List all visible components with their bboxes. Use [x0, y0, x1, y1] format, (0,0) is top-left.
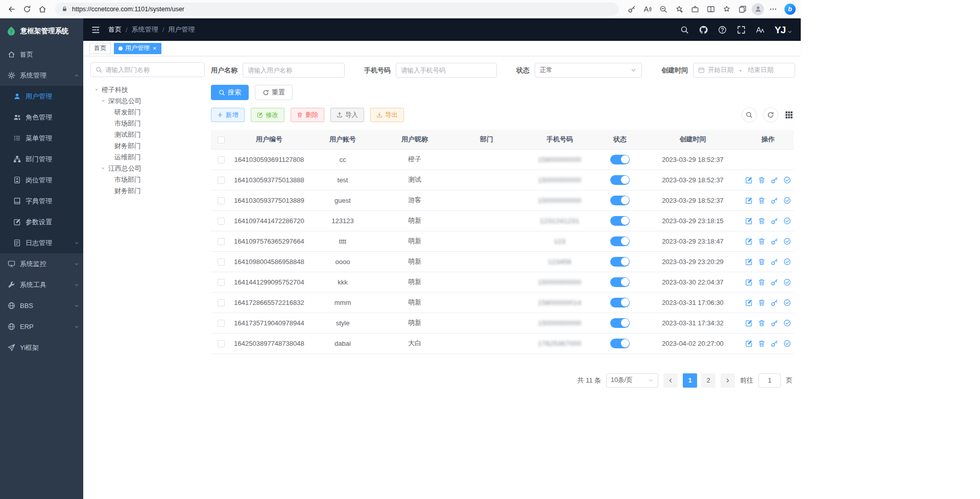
site-lock-icon[interactable]	[61, 6, 68, 12]
row-assign-role-button[interactable]	[783, 340, 791, 347]
row-edit-button[interactable]	[745, 278, 753, 286]
extensions-icon[interactable]	[688, 3, 702, 16]
add-button[interactable]: 新增	[211, 108, 245, 122]
sidebar-item-dept[interactable]: 部门管理	[0, 149, 83, 170]
tree-node[interactable]: 深圳总公司	[90, 96, 205, 107]
row-edit-button[interactable]	[745, 319, 753, 327]
tree-node[interactable]: 财务部门	[90, 185, 205, 197]
sidebar-item-menu[interactable]: 菜单管理	[0, 128, 83, 149]
tree-node[interactable]: 研发部门	[90, 107, 205, 118]
sidebar-item-role[interactable]: 角色管理	[0, 107, 83, 128]
header-checkbox[interactable]	[218, 136, 225, 144]
breadcrumb-item[interactable]: 用户管理	[168, 25, 195, 34]
sidebar-item-post[interactable]: 岗位管理	[0, 170, 83, 191]
help-icon[interactable]	[718, 26, 727, 34]
row-edit-button[interactable]	[745, 299, 753, 306]
status-toggle[interactable]	[610, 155, 630, 164]
phone-field[interactable]	[401, 67, 492, 74]
close-tag-icon[interactable]: ×	[153, 45, 157, 52]
row-checkbox[interactable]	[218, 177, 225, 184]
tree-node[interactable]: 江西总公司	[90, 163, 205, 174]
row-delete-button[interactable]	[758, 278, 766, 286]
row-assign-role-button[interactable]	[783, 258, 791, 266]
tree-node[interactable]: 财务部门	[90, 140, 205, 152]
row-assign-role-button[interactable]	[783, 319, 791, 327]
dept-search-input[interactable]	[90, 62, 205, 77]
github-icon[interactable]	[699, 26, 708, 34]
row-edit-button[interactable]	[745, 197, 753, 204]
delete-button[interactable]: 删除	[291, 108, 324, 122]
split-screen-icon[interactable]	[704, 3, 718, 16]
browser-profile-avatar[interactable]	[752, 3, 764, 15]
back-button[interactable]	[5, 3, 18, 16]
reload-button[interactable]	[20, 3, 34, 16]
dept-search-field[interactable]	[105, 66, 200, 74]
collections-icon[interactable]	[736, 3, 749, 16]
row-assign-role-button[interactable]	[783, 299, 791, 306]
prev-page-button[interactable]	[663, 373, 678, 388]
tree-node[interactable]: 运维部门	[90, 152, 205, 163]
row-checkbox[interactable]	[218, 156, 225, 163]
table-refresh-button[interactable]	[763, 107, 778, 123]
reset-button[interactable]: 重置	[255, 85, 293, 100]
row-reset-password-button[interactable]	[771, 237, 778, 245]
row-delete-button[interactable]	[758, 176, 766, 184]
row-checkbox[interactable]	[218, 238, 225, 245]
export-button[interactable]: 导出	[370, 108, 404, 122]
goto-page-input[interactable]	[758, 373, 781, 388]
browser-home-button[interactable]	[36, 3, 49, 16]
font-size-icon[interactable]	[756, 26, 764, 34]
username-input[interactable]	[243, 63, 345, 78]
row-reset-password-button[interactable]	[771, 197, 778, 204]
password-key-icon[interactable]	[625, 3, 638, 16]
sidebar-item-bbs[interactable]: BBS	[0, 295, 83, 316]
row-reset-password-button[interactable]	[771, 176, 778, 184]
table-search-button[interactable]	[742, 107, 757, 123]
status-toggle[interactable]	[610, 318, 630, 328]
sidebar-item-monitor[interactable]: 系统监控	[0, 253, 83, 274]
row-checkbox[interactable]	[218, 258, 225, 266]
date-range-picker[interactable]: 开始日期 - 结束日期	[693, 63, 795, 78]
tab-tag[interactable]: 用户管理×	[114, 43, 161, 54]
sidebar-item-param[interactable]: 参数设置	[0, 211, 83, 232]
row-delete-button[interactable]	[758, 299, 766, 306]
favorites-add-icon[interactable]	[673, 3, 686, 16]
status-toggle[interactable]	[610, 175, 630, 185]
column-settings-button[interactable]	[784, 110, 794, 120]
page-size-select[interactable]: 10条/页	[606, 373, 658, 388]
row-assign-role-button[interactable]	[783, 217, 791, 225]
row-delete-button[interactable]	[758, 217, 766, 225]
user-avatar[interactable]: YJ	[775, 25, 793, 35]
status-toggle[interactable]	[610, 277, 630, 287]
tree-node[interactable]: 橙子科技	[90, 84, 205, 96]
status-toggle[interactable]	[610, 298, 630, 307]
row-reset-password-button[interactable]	[771, 340, 778, 347]
row-reset-password-button[interactable]	[771, 217, 778, 225]
search-icon[interactable]	[680, 26, 689, 34]
status-toggle[interactable]	[610, 196, 630, 205]
row-reset-password-button[interactable]	[771, 299, 778, 306]
row-reset-password-button[interactable]	[771, 319, 778, 327]
row-delete-button[interactable]	[758, 340, 766, 347]
copilot-icon[interactable]: b	[784, 4, 796, 15]
status-toggle[interactable]	[610, 257, 630, 267]
row-edit-button[interactable]	[745, 176, 753, 184]
row-checkbox[interactable]	[218, 320, 225, 327]
status-toggle[interactable]	[610, 236, 630, 246]
breadcrumb-item[interactable]: 首页	[108, 25, 122, 34]
sidebar-item-user[interactable]: 用户管理	[0, 86, 83, 107]
modify-button[interactable]: 修改	[251, 108, 284, 122]
row-checkbox[interactable]	[218, 299, 225, 306]
row-checkbox[interactable]	[218, 218, 225, 225]
tree-node[interactable]: 市场部门	[90, 118, 205, 129]
url-text[interactable]: https://ccnetcore.com:1101/system/user	[72, 6, 184, 13]
phone-input[interactable]	[396, 63, 497, 78]
tree-node[interactable]: 测试部门	[90, 129, 205, 140]
row-delete-button[interactable]	[758, 319, 766, 327]
sidebar-item-home[interactable]: 首页	[0, 44, 83, 65]
sidebar-item-log[interactable]: 日志管理	[0, 232, 83, 253]
sidebar-item-system[interactable]: 系统管理	[0, 65, 83, 86]
zoom-icon[interactable]	[657, 3, 670, 16]
row-delete-button[interactable]	[758, 258, 766, 266]
row-reset-password-button[interactable]	[771, 258, 778, 266]
